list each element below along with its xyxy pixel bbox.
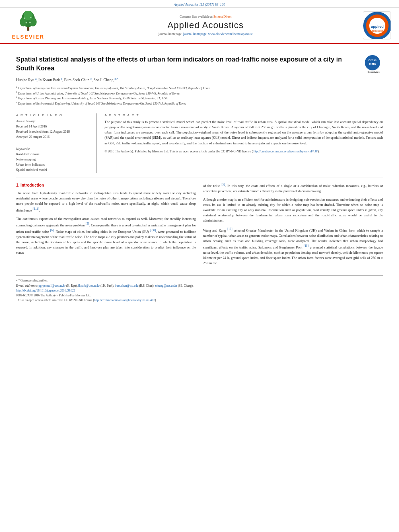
footer-section: * * Corresponding author. E-mail address…: [16, 275, 383, 302]
footer-cc-link[interactable]: http://creativecommons.org/licenses/by-n…: [94, 298, 155, 302]
crossmark-badge: Cross Mark CrossMark: [365, 55, 383, 73]
received-date: Received 14 April 2016: [16, 124, 90, 129]
abstract-text: The purpose of this study is to present …: [105, 119, 383, 146]
abstract-copyright: © 2016 The Author(s). Published by Elsev…: [105, 149, 383, 154]
abstract-heading: A B S T R A C T: [105, 113, 383, 117]
divider-1: [16, 110, 383, 110]
keyword-1: Road-traffic noise: [16, 152, 90, 157]
divider-info: [16, 143, 90, 143]
journal-ref: Applied Acoustics 115 (2017) 93–100: [174, 2, 225, 6]
svg-point-8: [29, 22, 31, 24]
email-ryu[interactable]: pgryu.mo1@uos.ac.kr: [39, 284, 66, 288]
abstract-col: A B S T R A C T The purpose of this stud…: [105, 113, 383, 173]
intro-para-1: The noise from high-density road-traffic…: [16, 191, 196, 213]
author-2: In Kwon Park b: [39, 78, 62, 82]
journal-title-banner: Applied Acoustics: [48, 20, 363, 31]
keyword-2: Noise mapping: [16, 157, 90, 162]
doi-line: http://dx.doi.org/10.1016/j.apacoust.201…: [16, 288, 383, 293]
affiliation-d: d Department of Environmental Engineerin…: [16, 101, 383, 106]
ref-1-4: [1–4]: [33, 207, 39, 211]
ref-11: [11]: [304, 244, 309, 248]
homepage-link[interactable]: journal homepage: www.elsevier.com/locat…: [183, 32, 253, 36]
svg-point-5: [24, 18, 25, 19]
right-para-2: Although a noise map is an efficient too…: [203, 197, 383, 224]
svg-point-6: [30, 17, 32, 18]
keyword-4: Spatial statistical model: [16, 168, 90, 173]
right-para-3: Wang and Kang [10] selected Greater Manc…: [203, 227, 383, 266]
article-info-col: A R T I C L E I N F O Article history: R…: [16, 113, 97, 173]
journal-banner: ELSEVIER Contents lists available at Sci…: [0, 8, 399, 44]
affiliations: a Department of Energy and Environmental…: [16, 85, 383, 106]
affiliation-b: b Department of Urban Administration, Un…: [16, 90, 383, 96]
crossmark-label: CrossMark: [365, 70, 383, 74]
right-para-1: of the noise [9]. In this way, the costs…: [203, 182, 383, 194]
article-history-label: Article history:: [16, 119, 90, 123]
article-info-heading: A R T I C L E I N F O: [16, 113, 90, 117]
svg-text:applied: applied: [371, 25, 384, 29]
svg-point-7: [26, 22, 27, 24]
ref-10: [10]: [227, 227, 232, 231]
intro-heading: 1. Introduction: [16, 182, 196, 189]
ref-7-8: [7,8]: [150, 228, 156, 232]
svg-text:acoustics: acoustics: [371, 29, 383, 32]
body-two-col: 1. Introduction The noise from high-dens…: [16, 182, 383, 269]
open-access-line: This is an open access article under the…: [16, 298, 383, 303]
authors-line: Hunjae Ryu a, In Kwon Park b, Bum Seok C…: [16, 77, 383, 82]
elsevier-label: ELSEVIER: [12, 34, 44, 40]
article-info-abstract-section: A R T I C L E I N F O Article history: R…: [16, 113, 383, 173]
author-4: Seo Il Chang d,*: [93, 78, 118, 82]
intro-para-2: The continuous expansion of the metropol…: [16, 216, 196, 256]
keywords-label: Keywords:: [16, 147, 90, 151]
journal-logo: applied acoustics: [363, 11, 391, 39]
cc-license-link[interactable]: http://creativecommons.org/licenses/by-n…: [253, 150, 318, 153]
sciencedirect-link[interactable]: ScienceDirect: [214, 15, 232, 18]
issn-line: 0003-682X/© 2016 The Author(s). Publishe…: [16, 293, 383, 298]
affiliation-c: c Department of Urban Planning and Envir…: [16, 95, 383, 101]
email-line: E-mail addresses: pgryu.mo1@uos.ac.kr (H…: [16, 283, 383, 288]
body-left-col: 1. Introduction The noise from high-dens…: [16, 182, 196, 269]
email-chun[interactable]: bum.chun@tsu.edu: [115, 284, 138, 288]
ref-9: [9]: [222, 183, 225, 186]
keyword-3: Urban form indicators: [16, 162, 90, 168]
article-title: Spatial statistical analysis of the effe…: [16, 55, 383, 73]
elsevier-logo: ELSEVIER: [8, 11, 48, 40]
author-1: Hunjae Ryu a: [16, 78, 37, 82]
doi-link[interactable]: http://dx.doi.org/10.1016/j.apacoust.201…: [16, 289, 75, 292]
elsevier-tree-icon: [14, 11, 42, 33]
divider-2: [16, 177, 383, 177]
email-chang[interactable]: schang@uos.ac.kr: [155, 284, 177, 288]
journal-center: Contents lists available at ScienceDirec…: [48, 15, 363, 36]
journal-logo-icon: applied acoustics: [363, 12, 391, 39]
email-park[interactable]: ikpark@uos.ac.kr: [78, 284, 100, 288]
corresponding-author-note: * * Corresponding author.: [16, 278, 383, 283]
accepted-date: Accepted 22 August 2016: [16, 135, 90, 140]
homepage-line: journal homepage: journal homepage: www.…: [48, 32, 363, 36]
contents-line: Contents lists available at ScienceDirec…: [48, 15, 363, 18]
body-right-col: of the noise [9]. In this way, the costs…: [203, 182, 383, 269]
crossmark-icon: Cross Mark: [365, 55, 380, 70]
author-3: Bum Seok Chun c: [64, 78, 91, 82]
ref-5: [5]: [86, 222, 89, 226]
top-header: Applied Acoustics 115 (2017) 93–100: [0, 0, 399, 8]
svg-text:Cross: Cross: [368, 59, 376, 62]
main-content: Spatial statistical analysis of the effe…: [0, 44, 399, 307]
ref-6: [6]: [50, 228, 54, 232]
svg-text:Mark: Mark: [369, 62, 376, 65]
affiliation-a: a Department of Energy and Environmental…: [16, 85, 383, 90]
revised-date: Received in revised form 12 August 2016: [16, 129, 90, 135]
